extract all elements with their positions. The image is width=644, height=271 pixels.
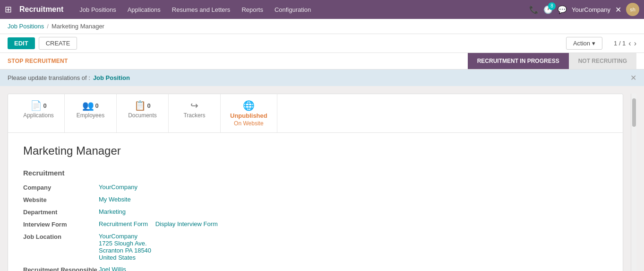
job-location-line2[interactable]: 1725 Slough Ave. xyxy=(99,240,151,247)
trackers-label: Trackers xyxy=(183,112,205,119)
alert-message: Please update translations of : xyxy=(8,74,90,81)
pagination: 1 / 1 ‹ › xyxy=(614,39,636,48)
breadcrumb-current: Marketing Manager xyxy=(52,23,104,30)
company-field: Company YourCompany xyxy=(23,184,608,191)
status-steps: RECRUITMENT IN PROGRESS NOT RECRUITING xyxy=(468,53,636,69)
interview-form-label: Interview Form xyxy=(23,220,99,228)
app-grid-icon[interactable]: ⊞ xyxy=(5,4,12,15)
prev-page-button[interactable]: ‹ xyxy=(628,39,631,48)
breadcrumb: Job Positions / Marketing Manager xyxy=(0,19,644,34)
responsible-value[interactable]: Joel Willis xyxy=(99,266,126,271)
interview-form-link[interactable]: Recruitment Form xyxy=(99,220,148,227)
status-bar: STOP RECRUITMENT RECRUITMENT IN PROGRESS… xyxy=(0,53,644,70)
trackers-icon: ↪ xyxy=(190,100,198,111)
action-button[interactable]: Action ▾ xyxy=(566,37,602,50)
display-interview-link[interactable]: Display Interview Form xyxy=(155,220,218,227)
employees-icon: 👥 xyxy=(82,100,94,111)
breadcrumb-parent[interactable]: Job Positions xyxy=(8,23,44,30)
website-icon: 🌐 xyxy=(243,100,255,111)
scrollbar[interactable] xyxy=(631,94,636,271)
website-value[interactable]: My Website xyxy=(99,196,131,203)
action-bar: EDIT CREATE Action ▾ 1 / 1 ‹ › xyxy=(0,34,644,53)
documents-icon: 📋 xyxy=(134,100,146,111)
top-navigation: ⊞ Recruitment Job Positions Applications… xyxy=(0,0,644,19)
employees-stat[interactable]: 👥 0 Employees xyxy=(65,94,117,132)
create-button[interactable]: CREATE xyxy=(39,37,77,50)
action-chevron-icon: ▾ xyxy=(592,40,595,47)
website-status: Unpublished xyxy=(230,112,267,119)
company-value[interactable]: YourCompany xyxy=(99,184,137,191)
job-location-line3[interactable]: Scranton PA 18540 xyxy=(99,247,151,254)
responsible-field: Recruitment Responsible Joel Willis xyxy=(23,266,608,271)
interview-form-value: Recruitment Form Display Interview Form xyxy=(99,220,223,227)
website-label: On Website xyxy=(234,120,263,127)
department-label: Department xyxy=(23,208,99,216)
job-location-value: YourCompany 1725 Slough Ave. Scranton PA… xyxy=(99,233,157,261)
documents-count: 0 xyxy=(147,102,150,109)
avatar[interactable]: sh xyxy=(626,3,639,16)
alert-link[interactable]: Job Position xyxy=(93,74,130,81)
job-location-line1[interactable]: YourCompany xyxy=(99,233,151,240)
close-icon[interactable]: ✕ xyxy=(615,5,621,14)
documents-label: Documents xyxy=(128,112,157,119)
applications-icon: 📄 xyxy=(30,100,42,111)
next-page-button[interactable]: › xyxy=(634,39,636,48)
content-card: 📄 0 Applications 👥 0 Employees 📋 0 Docum… xyxy=(8,94,623,271)
applications-stat[interactable]: 📄 0 Applications xyxy=(13,94,65,132)
nav-resumes[interactable]: Resumes and Letters xyxy=(167,3,235,16)
stop-recruitment-button[interactable]: STOP RECRUITMENT xyxy=(8,53,68,69)
job-location-label: Job Location xyxy=(23,233,99,240)
job-location-field: Job Location YourCompany 1725 Slough Ave… xyxy=(23,233,608,261)
nav-items: Job Positions Applications Resumes and L… xyxy=(75,3,522,16)
form-content: Marketing Manager Recruitment Company Yo… xyxy=(8,133,623,271)
trackers-stat[interactable]: ↪ Trackers xyxy=(169,94,221,132)
company-selector[interactable]: YourCompany xyxy=(572,6,610,13)
brand-name: Recruitment xyxy=(19,5,63,14)
alert-bar: Please update translations of : Job Posi… xyxy=(0,70,644,86)
scrollbar-thumb[interactable] xyxy=(632,98,636,127)
employees-count: 0 xyxy=(95,102,98,109)
employees-label: Employees xyxy=(77,112,104,119)
nav-applications[interactable]: Applications xyxy=(123,3,165,16)
applications-label: Applications xyxy=(23,112,54,119)
applications-count: 0 xyxy=(43,102,46,109)
nav-reports[interactable]: Reports xyxy=(237,3,268,16)
chat-icon[interactable]: 💬 xyxy=(558,5,567,14)
step-not-recruiting[interactable]: NOT RECRUITING xyxy=(569,53,636,69)
action-label: Action xyxy=(573,40,590,47)
nav-configuration[interactable]: Configuration xyxy=(270,3,316,16)
right-items: 📞 🕐 8 💬 YourCompany ✕ sh xyxy=(529,3,639,16)
phone-icon[interactable]: 📞 xyxy=(529,5,539,14)
department-field: Department Marketing xyxy=(23,208,608,216)
activity-icon[interactable]: 🕐 8 xyxy=(543,5,553,14)
page-info: 1 / 1 xyxy=(614,40,626,47)
alert-close-button[interactable]: ✕ xyxy=(630,73,636,82)
nav-job-positions[interactable]: Job Positions xyxy=(75,3,120,16)
breadcrumb-separator: / xyxy=(47,23,49,30)
edit-button[interactable]: EDIT xyxy=(8,37,35,49)
website-label: Website xyxy=(23,196,99,203)
notification-badge: 8 xyxy=(548,2,556,10)
stats-bar: 📄 0 Applications 👥 0 Employees 📋 0 Docum… xyxy=(8,94,623,133)
main-wrapper: 📄 0 Applications 👥 0 Employees 📋 0 Docum… xyxy=(0,86,644,271)
record-title: Marketing Manager xyxy=(23,144,608,157)
step-in-progress[interactable]: RECRUITMENT IN PROGRESS xyxy=(468,53,569,69)
company-label: Company xyxy=(23,184,99,191)
website-field: Website My Website xyxy=(23,196,608,203)
documents-stat[interactable]: 📋 0 Documents xyxy=(117,94,169,132)
section-title: Recruitment xyxy=(23,169,608,177)
department-value[interactable]: Marketing xyxy=(99,208,126,215)
interview-form-field: Interview Form Recruitment Form Display … xyxy=(23,220,608,228)
responsible-label: Recruitment Responsible xyxy=(23,266,99,271)
job-location-line4[interactable]: United States xyxy=(99,254,151,261)
website-stat[interactable]: 🌐 Unpublished On Website xyxy=(221,94,277,132)
